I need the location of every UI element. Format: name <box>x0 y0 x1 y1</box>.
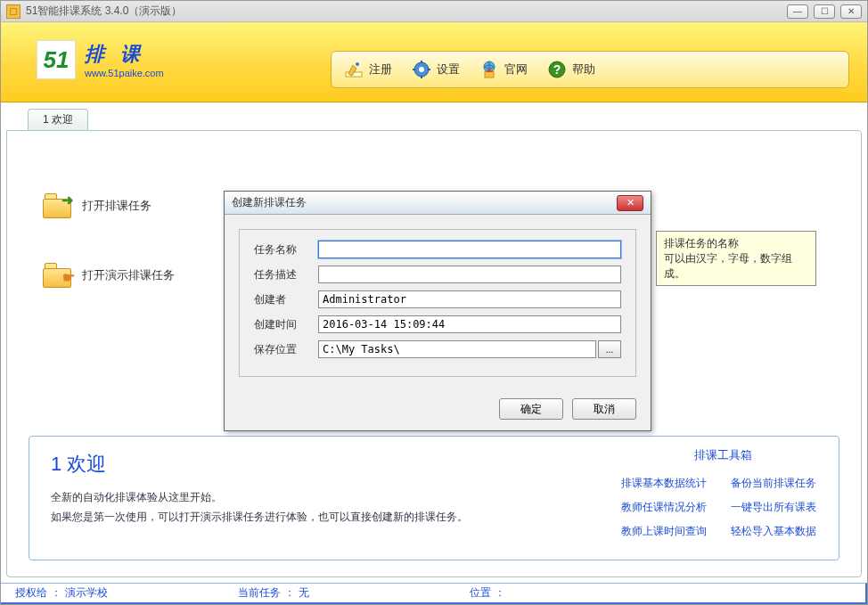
toolbar-register[interactable]: 注册 <box>344 60 392 79</box>
help-icon: ? <box>547 60 567 79</box>
task-name-tooltip: 排课任务的名称 可以由汉字，字母，数字组成。 <box>656 231 816 286</box>
close-button[interactable]: ✕ <box>840 4 862 19</box>
open-task-link[interactable]: ➜ 打开排课任务 <box>43 193 175 218</box>
toolbar-settings[interactable]: 设置 <box>412 60 460 79</box>
toolbar-help[interactable]: ? 帮助 <box>547 60 595 79</box>
open-demo-task-link[interactable]: ☛ 打开演示排课任务 <box>43 263 175 288</box>
dialog-fieldset: 任务名称 任务描述 创建者 创建时间 保存位置 <box>239 229 636 377</box>
globe-icon <box>479 60 499 79</box>
browse-button[interactable]: ... <box>598 340 621 358</box>
toolbar: 注册 设置 官网 ? 帮助 <box>331 51 849 88</box>
minimize-button[interactable]: — <box>787 4 808 19</box>
dialog-close-button[interactable]: ✕ <box>617 195 643 211</box>
toolbar-website-label: 官网 <box>504 61 528 78</box>
tabs-area: 1 欢迎 <box>1 102 867 129</box>
tool-link-backup[interactable]: 备份当前排课任务 <box>731 476 824 491</box>
app-window: 51智能排课系统 3.4.0（演示版） — ☐ ✕ 51 排 课 www.51p… <box>0 0 868 605</box>
status-pos-label: 位置 <box>470 585 491 601</box>
task-desc-input[interactable] <box>318 266 621 283</box>
folder-demo-icon: ☛ <box>43 263 71 288</box>
task-name-input[interactable] <box>318 241 621 258</box>
creator-input[interactable] <box>318 290 621 308</box>
register-icon <box>344 60 364 79</box>
tools-section: 排课工具箱 排课基本数据统计 备份当前排课任务 教师任课情况分析 一键导出所有课… <box>607 437 839 560</box>
toolbar-help-label: 帮助 <box>572 61 595 78</box>
status-auth-value: 演示学校 <box>65 585 108 601</box>
tooltip-line1: 排课任务的名称 <box>664 236 808 251</box>
create-time-input[interactable] <box>318 315 621 333</box>
dialog-titlebar: 创建新排课任务 ✕ <box>225 192 651 215</box>
tools-title: 排课工具箱 <box>621 447 824 463</box>
status-auth-label: 授权给 <box>15 585 47 601</box>
gear-icon <box>412 60 431 79</box>
toolbar-register-label: 注册 <box>369 61 392 78</box>
status-task-label: 当前任务 <box>238 585 281 601</box>
cancel-button[interactable]: 取消 <box>572 398 636 420</box>
open-task-label: 打开排课任务 <box>82 198 151 214</box>
tab-welcome[interactable]: 1 欢迎 <box>28 109 88 130</box>
folder-open-icon: ➜ <box>43 193 71 218</box>
save-path-label: 保存位置 <box>254 342 318 357</box>
logo: 51 排 课 www.51paike.com <box>37 40 164 79</box>
titlebar: 51智能排课系统 3.4.0（演示版） — ☐ ✕ <box>1 1 867 22</box>
tool-link-teacher-assign[interactable]: 教师任课情况分析 <box>621 500 715 515</box>
create-time-label: 创建时间 <box>254 317 318 332</box>
svg-text:?: ? <box>553 62 561 77</box>
bottom-panel: 1 欢迎 全新的自动化排课体验从这里开始。 如果您是第一次使用，可以打开演示排课… <box>29 436 839 560</box>
tab-label: 1 欢迎 <box>43 112 73 127</box>
welcome-line1: 全新的自动化排课体验从这里开始。 <box>51 488 585 508</box>
statusbar: 授权给：演示学校 当前任务：无 位置： <box>1 583 867 604</box>
tool-link-teacher-time[interactable]: 教师上课时间查询 <box>621 524 715 539</box>
create-task-dialog: 创建新排课任务 ✕ 任务名称 任务描述 创建者 创建时间 <box>224 191 651 431</box>
svg-point-3 <box>419 67 424 72</box>
welcome-section: 1 欢迎 全新的自动化排课体验从这里开始。 如果您是第一次使用，可以打开演示排课… <box>29 437 607 560</box>
welcome-line2: 如果您是第一次使用，可以打开演示排课任务进行体验，也可以直接创建新的排课任务。 <box>51 508 585 527</box>
tool-link-export[interactable]: 一键导出所有课表 <box>731 500 824 515</box>
ok-button[interactable]: 确定 <box>499 398 563 420</box>
logo-badge: 51 <box>37 40 76 79</box>
tool-link-stats[interactable]: 排课基本数据统计 <box>621 476 715 491</box>
svg-rect-9 <box>485 71 494 78</box>
save-path-input[interactable] <box>318 340 596 358</box>
app-icon <box>6 4 20 19</box>
creator-label: 创建者 <box>254 292 318 307</box>
titlebar-text: 51智能排课系统 3.4.0（演示版） <box>26 4 182 19</box>
toolbar-settings-label: 设置 <box>437 61 460 78</box>
tooltip-line2: 可以由汉字，字母，数字组成。 <box>664 251 808 282</box>
welcome-title: 1 欢迎 <box>51 451 585 478</box>
task-name-label: 任务名称 <box>254 242 318 258</box>
maximize-button[interactable]: ☐ <box>814 4 835 19</box>
svg-point-1 <box>356 62 359 66</box>
header: 51 排 课 www.51paike.com 注册 设置 <box>1 22 867 102</box>
toolbar-website[interactable]: 官网 <box>479 60 528 79</box>
tool-link-import[interactable]: 轻松导入基本数据 <box>731 524 824 539</box>
task-desc-label: 任务描述 <box>254 267 318 282</box>
logo-url: www.51paike.com <box>85 68 164 78</box>
logo-title: 排 课 <box>85 41 164 68</box>
dialog-title: 创建新排课任务 <box>232 195 307 210</box>
open-demo-task-label: 打开演示排课任务 <box>82 267 175 283</box>
side-links: ➜ 打开排课任务 ☛ 打开演示排课任务 <box>43 193 175 288</box>
status-task-value: 无 <box>299 585 309 601</box>
